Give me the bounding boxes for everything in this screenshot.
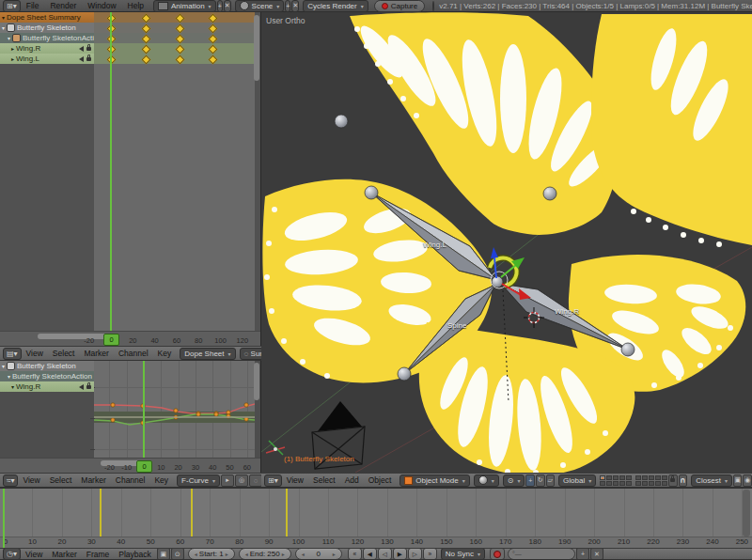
dope-sheet-vscrollbar[interactable] <box>254 15 259 81</box>
viewport-3d[interactable]: User Ortho Wing.L Wing.R Spine (1) Butte… <box>261 12 752 473</box>
channel-butterfly-skeletonaction[interactable]: ▾Butterfly SkeletonAction <box>0 33 94 43</box>
preview-range-button[interactable]: ▣ <box>157 548 170 560</box>
layer-toggle[interactable] <box>619 481 625 486</box>
layer-toggle[interactable] <box>642 481 648 486</box>
timeline-scrollbar[interactable] <box>743 490 750 537</box>
graph-editor-type-button[interactable]: ≈ ▾ <box>3 474 18 487</box>
layer-toggle[interactable] <box>613 475 619 480</box>
keyframe-point[interactable] <box>111 403 115 407</box>
channel-wing-l[interactable]: ▸Wing.L <box>0 54 94 64</box>
viewport-menu-item[interactable]: Object <box>368 475 392 485</box>
layer-toggle[interactable] <box>626 481 632 486</box>
only-selected-filter-icon[interactable]: ▸ <box>221 474 234 487</box>
graph-channel-butterfly-skeleton[interactable]: ▾Butterfly Skeleton <box>0 361 94 371</box>
channel-dope-sheet-summary[interactable]: ▾Dope Sheet Summary <box>0 12 94 23</box>
lock-icon[interactable] <box>86 385 91 389</box>
increment-icon[interactable]: ▸ <box>282 551 285 557</box>
viewport-menu-item[interactable]: Add <box>345 475 359 485</box>
end-frame-field[interactable]: ◂ End: 250 ▸ <box>239 548 291 560</box>
manipulator-scale-button[interactable]: ▱ <box>546 474 556 487</box>
current-frame-field[interactable]: ◂ 0 ▸ <box>295 548 342 560</box>
pivot-point-select[interactable]: ⊙ ▾ <box>503 474 525 487</box>
prev-keyframe-button[interactable]: ◀ <box>363 548 377 560</box>
current-frame-line[interactable] <box>3 489 5 548</box>
channel-wing-r[interactable]: ▸Wing.R <box>0 43 94 54</box>
manipulator-rotate-button[interactable]: ↻ <box>536 474 545 487</box>
graph-menu-item[interactable]: Marker <box>81 475 105 485</box>
keyframe-point[interactable] <box>174 409 178 412</box>
timeline-editor-type-button[interactable]: ◷ ▾ <box>3 548 21 560</box>
render-opengl-anim-button[interactable]: ◉ <box>743 474 752 487</box>
snap-target-select[interactable]: Closest ▾ <box>691 474 732 487</box>
graph-editor[interactable]: ▾Butterfly Skeleton▾Butterfly SkeletonAc… <box>0 361 261 473</box>
graph-curve-area[interactable] <box>94 361 255 458</box>
fcurves[interactable] <box>94 361 255 458</box>
timeline-menu-item[interactable]: View <box>25 550 42 559</box>
lock-icon[interactable] <box>86 57 91 61</box>
butterfly-mesh[interactable] <box>262 12 752 473</box>
viewport-menu-item[interactable]: View <box>287 475 304 485</box>
graph-menu-item[interactable]: Channel <box>116 475 146 485</box>
menubar-item[interactable]: File <box>26 1 39 10</box>
expand-icon[interactable]: ▸ <box>11 45 14 52</box>
ghost-curves-icon[interactable]: ◌ <box>249 474 261 487</box>
menubar-item[interactable]: Window <box>87 1 116 10</box>
layer-toggle[interactable] <box>606 481 612 486</box>
add-layout-button[interactable]: + <box>217 0 223 12</box>
dope-menu-item[interactable]: Marker <box>84 349 108 358</box>
delete-layout-button[interactable]: ✕ <box>224 0 231 12</box>
layer-toggle[interactable] <box>619 475 625 480</box>
add-scene-button[interactable]: + <box>285 0 290 12</box>
layer-toggle[interactable] <box>649 475 654 480</box>
expand-icon[interactable]: ▸ <box>11 55 14 62</box>
expand-icon[interactable]: ▾ <box>2 14 5 21</box>
timeline-menu-item[interactable]: Marker <box>52 550 76 559</box>
keyframe-point[interactable] <box>196 412 200 416</box>
snap-toggle-button[interactable]: ∪ <box>679 474 688 487</box>
play-reverse-button[interactable]: ◁ <box>378 548 392 560</box>
menubar-item[interactable]: Help <box>128 1 144 10</box>
dope-menu-item[interactable]: Select <box>53 349 75 358</box>
keyframe-point[interactable] <box>111 418 115 422</box>
summary-toggle[interactable]: ◌ Summary <box>240 348 261 360</box>
layer-toggle[interactable] <box>600 475 605 480</box>
channel-butterfly-skeleton[interactable]: ▾Butterfly Skeleton <box>0 23 94 33</box>
viewport-shading-select[interactable]: ▾ <box>474 474 499 487</box>
keyframe-point[interactable] <box>214 412 218 416</box>
decrement-icon[interactable]: ◂ <box>195 551 197 557</box>
timeline-menu-item[interactable]: Frame <box>86 550 110 559</box>
graph-menu-item[interactable]: Key <box>154 475 168 485</box>
layer-toggle[interactable] <box>635 481 641 486</box>
screen-layout-select[interactable]: Animation ▾ <box>153 0 216 12</box>
dope-sheet-ruler[interactable]: -20020406080100120 0 <box>0 331 260 346</box>
graph-channel-wing-r[interactable]: ▾Wing.R <box>0 381 94 392</box>
graph-ruler[interactable]: -20-100102030405060 0 <box>0 458 260 473</box>
layer-toggle[interactable] <box>635 475 641 480</box>
lock-icon[interactable] <box>86 47 91 51</box>
graph-menu-item[interactable]: View <box>23 475 39 485</box>
timeline[interactable]: 0102030405060708090100110120130140150160… <box>0 488 752 548</box>
layer-toggle[interactable] <box>662 481 667 486</box>
sync-mode-select[interactable]: No Sync ▾ <box>441 548 485 560</box>
expand-icon[interactable]: ▾ <box>8 373 10 380</box>
graph-vscrollbar[interactable] <box>254 363 259 400</box>
keyframe-point[interactable] <box>244 403 248 407</box>
delete-scene-button[interactable]: ✕ <box>291 0 299 12</box>
next-keyframe-button[interactable]: ▷ <box>408 548 422 560</box>
transform-orientation-select[interactable]: Global ▾ <box>558 474 596 487</box>
hidden-filter-icon[interactable]: ◎ <box>235 474 248 487</box>
graph-channel-butterfly-skeletonaction[interactable]: ▾Butterfly SkeletonAction <box>0 371 94 381</box>
mute-icon[interactable] <box>79 46 84 52</box>
timeline-keyframe-line[interactable] <box>100 489 102 537</box>
layer-toggle[interactable] <box>642 475 648 480</box>
mute-icon[interactable] <box>79 56 84 62</box>
timeline-keyframe-line[interactable] <box>191 489 193 537</box>
dope-mode-select[interactable]: Dope Sheet ▾ <box>180 348 235 360</box>
dope-menu-item[interactable]: Key <box>158 349 172 358</box>
timeline-keyframe-line[interactable] <box>286 489 288 537</box>
current-frame-line[interactable] <box>143 361 145 458</box>
layer-toggle[interactable] <box>626 475 632 480</box>
graph-mode-select[interactable]: F-Curve ▾ <box>177 474 220 487</box>
mode-select[interactable]: Object Mode ▾ <box>400 474 469 487</box>
render-opengl-button[interactable]: ▣ <box>733 474 743 487</box>
